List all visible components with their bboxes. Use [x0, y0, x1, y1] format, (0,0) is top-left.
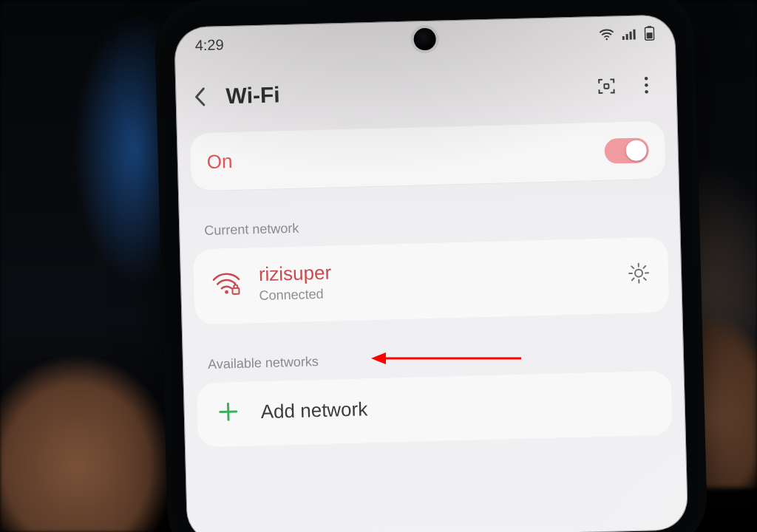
add-network-label: Add network [260, 398, 367, 423]
svg-point-11 [645, 90, 648, 94]
svg-line-16 [220, 412, 237, 412]
back-button[interactable] [189, 86, 211, 109]
available-networks-section-label: Available networks [208, 345, 659, 372]
switch-knob [625, 140, 647, 161]
phone-body: 4:29 [154, 0, 708, 532]
wifi-status-icon [598, 27, 614, 41]
svg-point-12 [225, 290, 228, 294]
svg-point-14 [635, 269, 642, 276]
svg-point-0 [605, 38, 608, 41]
svg-point-9 [645, 77, 648, 81]
svg-rect-3 [629, 32, 631, 40]
cell-signal-icon [622, 28, 637, 41]
svg-rect-8 [604, 84, 608, 89]
svg-rect-4 [633, 30, 635, 40]
wifi-secured-icon [211, 270, 242, 299]
wifi-toggle-label: On [206, 149, 232, 173]
current-network-row[interactable]: rizisuper Connected [193, 237, 669, 324]
network-settings-button[interactable] [627, 261, 653, 287]
phone-screen: 4:29 [174, 14, 688, 532]
svg-rect-13 [232, 288, 239, 294]
page-title: Wi-Fi [225, 75, 580, 109]
svg-rect-2 [626, 34, 628, 40]
add-network-row[interactable]: Add network [197, 370, 673, 447]
svg-rect-1 [622, 36, 625, 40]
more-menu-button[interactable] [634, 72, 659, 98]
wifi-toggle-row[interactable]: On [190, 121, 666, 191]
current-network-section-label: Current network [204, 211, 655, 239]
status-time: 4:29 [194, 36, 224, 54]
plus-icon [217, 401, 240, 424]
svg-point-10 [645, 83, 648, 87]
svg-rect-7 [647, 33, 653, 38]
wifi-toggle-switch[interactable] [604, 137, 649, 164]
qr-scan-button[interactable] [594, 73, 619, 99]
battery-icon [644, 26, 655, 41]
settings-header: Wi-Fi [175, 54, 678, 129]
